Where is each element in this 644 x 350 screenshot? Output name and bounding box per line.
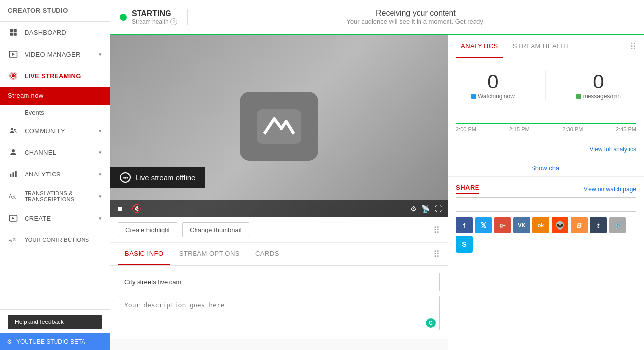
sidebar-item-label: TRANSLATIONS & TRANSCRIPTIONS [25,190,99,202]
sidebar-item-label: VIDEO MANAGER [25,51,81,58]
stats-row: 0 Watching now 0 messages/min [448,58,644,105]
fullscreen-button[interactable]: ⛶ [435,205,442,213]
chevron-down-icon: ▾ [99,171,102,177]
svg-rect-13 [15,171,17,177]
share-vk-button[interactable]: VK [513,217,530,233]
svg-text:A: A [9,237,12,243]
sidebar-item-events[interactable]: Events [0,105,110,120]
status-title: STARTING [132,9,177,18]
watching-dot [471,94,476,99]
chart-times: 2:00 PM 2:15 PM 2:30 PM 2:45 PM [456,124,636,132]
community-icon [8,125,19,136]
top-bar: STARTING Stream health ? Receiving your … [110,0,644,35]
create-icon [8,213,19,224]
main-content: STARTING Stream health ? Receiving your … [110,0,644,350]
share-twitter-button[interactable]: 𝕏 [475,217,492,233]
messages-label: messages/min [576,93,621,100]
channel-icon [8,147,19,158]
svg-point-9 [14,129,16,131]
sidebar-item-stream-now[interactable]: Stream now [0,87,110,105]
grammarly-icon: G [426,318,436,328]
change-thumbnail-button[interactable]: Change thumbnail [182,222,249,237]
stream-status: STARTING Stream health ? [120,9,188,25]
show-chat-button[interactable]: Show chat [448,159,644,177]
tab-cards[interactable]: CARDS [249,243,286,265]
cast-button[interactable]: 📡 [421,205,430,213]
share-url-input[interactable] [456,197,636,212]
sidebar-item-contributions[interactable]: A文 YOUR CONTRIBUTIONS [0,229,110,251]
view-full-analytics-link[interactable]: View full analytics [448,144,644,159]
tab-analytics[interactable]: ANALYTICS [456,35,503,58]
svg-point-10 [12,149,15,152]
mute-button[interactable]: 🔇 [130,203,143,214]
analytics-icon [8,169,19,179]
youtube-studio-beta-button[interactable]: ⚙ YOUTUBE STUDIO BETA [0,333,110,350]
create-highlight-button[interactable]: Create highlight [118,222,177,237]
status-text: STARTING Stream health ? [132,9,177,25]
sidebar-item-label: YOUR CONTRIBUTIONS [25,237,89,243]
title-input[interactable] [118,273,440,291]
sidebar-bottom: Help and feedback ⚙ YOUTUBE STUDIO BETA [0,309,110,350]
sidebar-item-community[interactable]: COMMUNITY ▾ [0,120,110,142]
sidebar-item-analytics[interactable]: ANALYTICS ▾ [0,163,110,185]
receiving-title: Receiving your content [197,9,634,18]
chevron-down-icon: ▾ [99,215,102,222]
chevron-down-icon: ▾ [99,193,102,200]
tab-basic-info[interactable]: BASIC INFO [118,243,170,265]
share-googleplus-button[interactable]: g+ [494,217,511,233]
watching-now-count: 0 [471,71,515,93]
share-tumblr-button[interactable]: t [590,217,607,233]
offline-text: Live stream offline [136,174,195,182]
chart-green-line [456,123,636,124]
sidebar-item-live-streaming[interactable]: LIVE STREAMING [0,65,110,87]
sidebar-item-label: LIVE STREAMING [25,72,81,80]
chevron-down-icon: ▾ [99,51,102,58]
view-on-watch-page-link[interactable]: View on watch page [584,186,636,193]
share-ok-button[interactable]: ok [532,217,549,233]
analytics-grid-dots[interactable]: ⠿ [630,41,636,52]
share-reddit-button[interactable]: 👽 [552,217,568,233]
sidebar-item-video-manager[interactable]: VIDEO MANAGER ▾ [0,43,110,65]
live-icon: ●●● [120,172,131,183]
chart-time-2: 2:15 PM [509,126,530,132]
svg-text:文: 文 [13,237,16,241]
help-feedback-button[interactable]: Help and feedback [8,315,102,329]
chart-time-4: 2:45 PM [616,126,636,132]
status-subtitle: Stream health ? [132,18,177,25]
status-dot [120,14,127,21]
share-facebook-button[interactable]: f [456,217,473,233]
video-background [110,35,448,217]
settings-button[interactable]: ⚙ [410,205,417,213]
share-link-button[interactable]: 🔗 [609,217,626,233]
yt-studio-label: YOUTUBE STUDIO BETA [16,338,85,345]
contributions-icon: A文 [8,234,19,245]
app-title: CREATOR STUDIO [0,0,110,22]
description-wrap: G [118,296,440,332]
stop-button[interactable]: ■ [116,204,125,214]
share-blogger-button[interactable]: B [571,217,588,233]
tab-stream-health[interactable]: STREAM HEALTH [508,35,574,58]
sidebar-item-translations[interactable]: A文 TRANSLATIONS & TRANSCRIPTIONS ▾ [0,185,110,207]
info-icon[interactable]: ? [170,18,177,25]
offline-bar: ●●● Live stream offline [110,167,205,188]
description-textarea[interactable] [118,296,440,330]
video-icon-wrap [240,92,318,161]
svg-rect-2 [10,33,13,36]
tabs-grid-dots[interactable]: ⠿ [433,249,440,260]
video-manager-icon [8,49,19,59]
video-container: ●●● Live stream offline ■ 🔇 ⚙ 📡 ⛶ [110,35,448,217]
form-area: G [110,266,448,339]
sidebar-item-label: Events [25,109,44,116]
sidebar-item-label: CHANNEL [25,149,56,156]
sidebar-item-channel[interactable]: CHANNEL ▾ [0,142,110,163]
sidebar-item-create[interactable]: CREATE ▾ [0,207,110,229]
video-controls: ■ 🔇 ⚙ 📡 ⛶ [110,200,448,217]
translations-icon: A文 [8,191,19,202]
tab-stream-options[interactable]: STREAM OPTIONS [172,243,247,265]
sidebar-item-dashboard[interactable]: DASHBOARD [0,22,110,43]
messages-stat: 0 messages/min [576,71,621,100]
actions-grid-dots[interactable]: ⠿ [433,225,440,235]
social-icons: f 𝕏 g+ VK ok 👽 B t 🔗 S [456,217,636,253]
share-skype-button[interactable]: S [456,236,473,253]
svg-rect-1 [14,29,17,32]
